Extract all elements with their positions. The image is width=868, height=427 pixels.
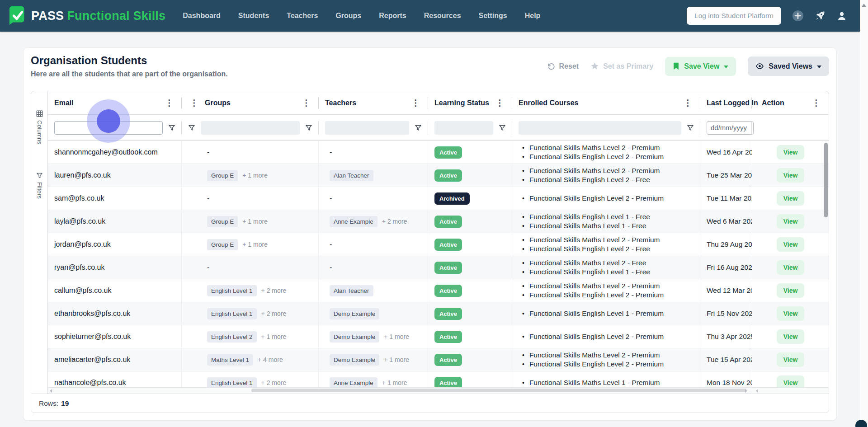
last-login-cell: Fri 15 Nov 2024 08: <box>700 302 752 325</box>
nav-students[interactable]: Students <box>238 12 269 20</box>
view-button[interactable]: View <box>777 191 805 206</box>
view-button[interactable]: View <box>777 145 805 160</box>
column-menu-icon[interactable]: ⋮ <box>188 98 200 108</box>
filter-funnel-icon[interactable] <box>687 124 694 131</box>
save-view-button[interactable]: Save View <box>665 57 736 76</box>
nav-dashboard[interactable]: Dashboard <box>183 12 221 20</box>
vertical-scrollbar[interactable] <box>824 143 828 386</box>
bookmark-icon <box>673 62 679 70</box>
user-icon[interactable] <box>836 10 847 21</box>
view-button[interactable]: View <box>777 260 805 275</box>
column-menu-icon[interactable]: ⋮ <box>810 98 822 108</box>
nav-settings[interactable]: Settings <box>479 12 507 20</box>
saved-views-button[interactable]: Saved Views <box>748 56 829 76</box>
column-header-last-logged-in[interactable]: Last Logged In <box>700 91 752 114</box>
teachers-filter-input[interactable] <box>325 121 409 135</box>
page-head-text: Organisation Students Here are all the s… <box>31 54 228 78</box>
status-cell: Active <box>428 210 512 233</box>
action-cell: View <box>752 279 829 302</box>
rocket-icon[interactable] <box>815 10 826 21</box>
email-cell: lauren@pfs.co.uk <box>48 164 182 187</box>
column-header-enrolled-courses[interactable]: Enrolled Courses ⋮ <box>512 91 700 114</box>
filter-funnel-icon[interactable] <box>168 124 175 131</box>
grid-header-row: Email ⋮ ⋮ Groups ⋮ Teachers ⋮ <box>48 91 829 115</box>
vertical-scrollbar-thumb[interactable] <box>824 143 828 217</box>
nav-teachers[interactable]: Teachers <box>287 12 318 20</box>
view-button[interactable]: View <box>777 306 805 321</box>
column-menu-icon[interactable]: ⋮ <box>410 98 422 108</box>
column-header-action[interactable]: Action ⋮ <box>752 91 829 114</box>
brand-text: PASSFunctional Skills <box>31 9 165 23</box>
filter-funnel-icon[interactable] <box>499 124 506 131</box>
column-menu-icon[interactable]: ⋮ <box>682 98 694 108</box>
status-badge: Active <box>434 169 462 182</box>
view-button[interactable]: View <box>777 375 805 387</box>
courses-list: Functional Skills Maths Level 2 - Premiu… <box>522 282 664 300</box>
horizontal-scrollbar-thumb[interactable] <box>251 389 746 392</box>
table-row: shannonmcgahey@outlook.com - - Active Fu… <box>48 141 829 164</box>
last-login-cell: Fri 16 Aug 2024 17: <box>700 256 752 279</box>
pass-logo-icon <box>9 6 26 25</box>
filter-cell-last-logged-in <box>700 115 752 141</box>
view-button[interactable]: View <box>777 283 805 298</box>
email-cell: layla@pfs.co.uk <box>48 210 182 233</box>
scroll-left-arrow-icon[interactable] <box>50 389 52 393</box>
add-icon[interactable] <box>792 10 804 22</box>
groups-cell: - <box>182 141 319 164</box>
status-cell: Active <box>428 348 512 371</box>
courses-list: Functional Skills Maths Level 1 - Premiu… <box>522 378 660 387</box>
learning-status-filter-input[interactable] <box>434 121 493 135</box>
view-button[interactable]: View <box>777 352 805 367</box>
scroll-up-arrow-icon[interactable] <box>862 4 866 7</box>
filter-funnel-icon[interactable] <box>188 124 195 131</box>
reset-button[interactable]: Reset <box>547 62 579 70</box>
courses-list: Functional Skills Maths Level 2 - Premiu… <box>522 351 664 369</box>
rows-count: 19 <box>61 399 69 408</box>
column-header-teachers[interactable]: Teachers ⋮ <box>319 91 428 114</box>
teachers-cell: - <box>319 141 428 164</box>
table-row: nathancole@pfs.co.uk English Level 1+ 2 … <box>48 371 829 387</box>
students-grid: Columns Filters Email ⋮ <box>31 91 829 413</box>
brand-pass: PASS <box>31 9 64 23</box>
scroll-left-arrow-icon[interactable] <box>756 389 758 393</box>
column-menu-icon[interactable]: ⋮ <box>300 98 312 108</box>
columns-panel-tab[interactable]: Columns <box>36 110 43 144</box>
date-filter-input[interactable] <box>707 121 754 135</box>
groups-filter-input[interactable] <box>201 121 300 135</box>
nav-help[interactable]: Help <box>525 12 541 20</box>
action-cell: View <box>752 141 829 164</box>
email-cell: ethanbrooks@pfs.co.uk <box>48 302 182 325</box>
column-menu-icon[interactable]: ⋮ <box>494 98 506 108</box>
filters-panel-tab[interactable]: Filters <box>36 172 43 199</box>
browser-scrollbar[interactable] <box>860 0 868 427</box>
view-button[interactable]: View <box>777 329 805 344</box>
courses-list: Functional Skills Maths Level 2 - Premiu… <box>522 166 660 184</box>
enrolled-courses-filter-input[interactable] <box>519 121 681 135</box>
teachers-cell: Alan Teacher <box>319 279 428 302</box>
horizontal-scrollbar[interactable] <box>48 387 829 394</box>
filter-funnel-icon[interactable] <box>305 124 312 131</box>
set-as-primary-button[interactable]: Set as Primary <box>590 62 653 70</box>
view-button[interactable]: View <box>777 214 805 229</box>
brand[interactable]: PASSFunctional Skills <box>9 6 165 25</box>
status-cell: Active <box>428 256 512 279</box>
nav-resources[interactable]: Resources <box>424 12 461 20</box>
status-badge: Active <box>434 216 462 228</box>
nav-groups[interactable]: Groups <box>335 12 361 20</box>
corner-widget[interactable] <box>855 420 867 427</box>
nav-reports[interactable]: Reports <box>379 12 406 20</box>
column-menu-icon[interactable]: ⋮ <box>163 98 175 108</box>
courses-list: Functional Skills English Level 1 - Free… <box>522 212 650 230</box>
filter-funnel-icon[interactable] <box>415 124 422 131</box>
login-student-platform-button[interactable]: Log into Student Platform <box>687 7 781 25</box>
view-button[interactable]: View <box>777 237 805 252</box>
email-filter-input[interactable] <box>54 121 163 135</box>
courses-list: Functional Skills Maths Level 2 - Premiu… <box>522 235 660 253</box>
page-head: Organisation Students Here are all the s… <box>31 54 829 78</box>
column-header-groups[interactable]: ⋮ Groups ⋮ <box>182 91 319 114</box>
column-header-learning-status[interactable]: Learning Status ⋮ <box>428 91 512 114</box>
action-cell: View <box>752 348 829 371</box>
column-header-email[interactable]: Email ⋮ <box>48 91 182 114</box>
view-button[interactable]: View <box>777 168 805 183</box>
scroll-right-arrow-icon[interactable] <box>745 389 747 393</box>
